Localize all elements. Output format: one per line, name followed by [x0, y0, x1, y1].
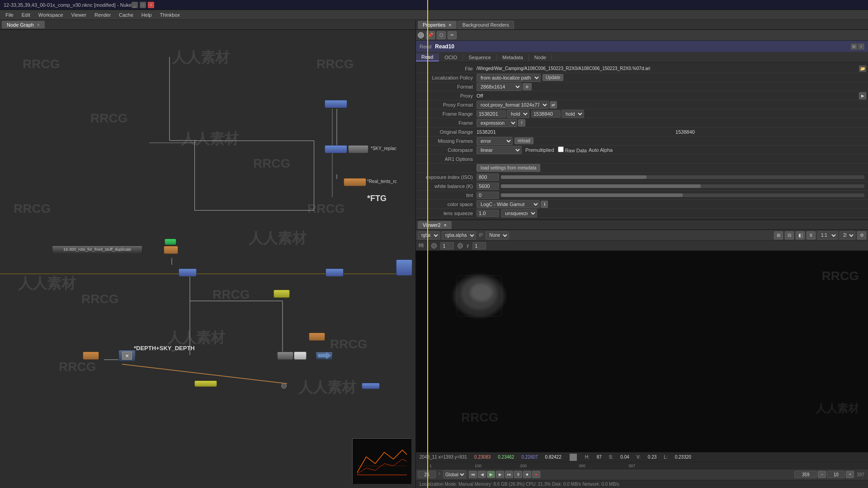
menu-workspace[interactable]: Workspace — [35, 11, 67, 19]
exposure-slider[interactable] — [501, 175, 864, 179]
close-properties[interactable]: × — [448, 22, 451, 28]
tl-step-fwd-btn[interactable]: ▶ — [496, 471, 504, 478]
node-blue-mid-left[interactable] — [179, 268, 197, 277]
menu-viewer[interactable]: Viewer — [68, 11, 90, 19]
node-gray-br1[interactable] — [277, 352, 293, 360]
tl-plus-btn[interactable]: + — [846, 471, 854, 478]
frame-range-end[interactable] — [531, 110, 561, 117]
proxy-toggle[interactable]: ▶ — [859, 92, 866, 99]
raw-data-cb[interactable] — [558, 146, 564, 152]
node-orange-roto[interactable] — [164, 246, 178, 254]
tl-stop-btn[interactable]: ■ — [523, 471, 531, 478]
menu-file[interactable]: File — [2, 11, 17, 19]
tl-step-back-btn[interactable]: ◀ — [478, 471, 486, 478]
node-roto-label[interactable]: 16-300_roto_for_front_stuff_duplicate — [52, 245, 142, 253]
white-balance-slider[interactable] — [501, 184, 864, 188]
close-viewer[interactable]: × — [444, 222, 447, 228]
unsqueeze-dropdown[interactable]: unsqueeze anamorphic — [501, 209, 537, 217]
frame-range-hold2[interactable]: hold — [561, 110, 584, 118]
tl-home-btn[interactable]: ⏮ — [469, 471, 477, 478]
proxy-format-swap[interactable]: ⇄ — [550, 101, 557, 108]
prop-expand-btn[interactable]: ⊞ — [851, 43, 857, 50]
menu-render[interactable]: Render — [91, 11, 114, 19]
timeline-playhead[interactable] — [427, 0, 428, 488]
subtab-ocio[interactable]: OCIO — [439, 54, 463, 61]
menu-help[interactable]: Help — [138, 11, 156, 19]
node-cross[interactable]: ✕ — [122, 352, 132, 360]
white-balance-input[interactable] — [476, 183, 499, 190]
frame-back-btn[interactable] — [431, 243, 437, 249]
edit-btn[interactable]: ✏ — [448, 31, 457, 39]
frame-expr-btn[interactable]: f — [518, 119, 525, 127]
zoom-dropdown[interactable]: 1:1 — [817, 231, 838, 239]
node-orange-bl1[interactable] — [83, 352, 99, 360]
viewer-wipe-btn[interactable]: ◧ — [796, 231, 805, 239]
localization-dropdown[interactable]: from auto-localize path — [476, 74, 541, 82]
playback-dropdown[interactable]: Global — [443, 470, 466, 479]
frame-range-hold1[interactable]: hold — [507, 110, 529, 118]
subtab-node[interactable]: Node — [529, 54, 552, 61]
close-node-graph-tab[interactable]: × — [37, 23, 40, 28]
tab-node-graph[interactable]: Node Graph × — [2, 21, 45, 28]
color-space-dropdown[interactable]: LogC - Wide Gamut — [476, 200, 540, 208]
tl-frame-input[interactable] — [794, 471, 817, 478]
tl-zoom-input[interactable] — [827, 471, 845, 478]
tl-record-btn[interactable]: ● — [532, 471, 540, 478]
node-graph-canvas[interactable]: RRCG RRCG RRCG RRCG RRCG RRCG RRCG RRCG … — [0, 30, 415, 488]
format-extra[interactable]: ⊕ — [523, 83, 532, 90]
viewer-fullscreen-btn[interactable]: ⊞ — [774, 231, 783, 239]
update-btn[interactable]: Update — [542, 74, 563, 81]
tl-end-btn[interactable]: ⏭ — [505, 471, 513, 478]
menu-cache[interactable]: Cache — [115, 11, 137, 19]
current-frame-input[interactable] — [440, 242, 454, 249]
node-sky-gray[interactable] — [348, 145, 368, 153]
tl-pause-btn[interactable]: ⏸ — [514, 471, 522, 478]
minimize-btn[interactable]: _ — [132, 2, 138, 8]
tint-slider[interactable] — [501, 193, 864, 197]
node-blue-mid-right[interactable] — [326, 268, 344, 277]
frame-fwd-btn[interactable] — [458, 243, 463, 249]
load-settings-btn[interactable]: load settings from metadata — [476, 164, 540, 172]
menu-thinkbox[interactable]: Thinkbox — [156, 11, 184, 19]
node-sky-blue[interactable] — [325, 145, 347, 153]
viewer-pause-btn[interactable]: ⏸ — [807, 231, 816, 239]
menu-edit[interactable]: Edit — [18, 11, 34, 19]
format-dropdown[interactable]: 2868x1614 — [476, 83, 522, 91]
tab-background-renders[interactable]: Background Renders — [458, 21, 514, 29]
frame-dropdown[interactable]: expression — [476, 119, 517, 127]
node-white-br[interactable] — [294, 352, 307, 360]
view-mode-dropdown[interactable]: 2D — [840, 231, 855, 239]
channel-dropdown[interactable]: rgba — [418, 231, 440, 239]
lens-squeeze-input[interactable] — [476, 210, 499, 217]
ip-dropdown[interactable]: None — [486, 231, 509, 239]
y-value-input[interactable] — [472, 242, 486, 249]
tl-minus-btn[interactable]: − — [818, 471, 826, 478]
file-browse-btn[interactable]: 📂 — [859, 66, 866, 72]
node-yellow[interactable] — [274, 290, 290, 298]
missing-frames-dropdown[interactable]: error — [476, 137, 513, 145]
color-space-info[interactable]: ℹ — [541, 201, 548, 208]
viewer-grid-btn[interactable]: ⊟ — [785, 231, 794, 239]
close-btn[interactable]: × — [148, 2, 154, 8]
exposure-iso-input[interactable] — [476, 174, 499, 181]
node-blue-big[interactable] — [396, 259, 412, 276]
node-real-tents[interactable] — [344, 178, 366, 186]
subtab-sequence[interactable]: Sequence — [463, 54, 497, 61]
frame-range-start[interactable] — [476, 110, 506, 117]
colorspace-dropdown[interactable]: linear — [476, 146, 522, 154]
file-value[interactable]: /Winged/War_Camping/A108C006_150223_R2X0… — [476, 66, 858, 71]
tl-play-btn[interactable]: ▶ — [487, 471, 495, 478]
tab-viewer2[interactable]: Viewer2 × — [418, 221, 452, 229]
subtab-metadata[interactable]: Metadata — [497, 54, 529, 61]
node-yellow-sm[interactable] — [194, 380, 217, 387]
viewer-canvas[interactable]: RRCG RRCG 人人素材 — [416, 251, 868, 452]
viewer-settings-btn[interactable]: ⚙ — [857, 231, 866, 239]
maximize-btn[interactable]: □ — [140, 2, 146, 8]
node-blue-br[interactable] — [362, 383, 380, 389]
fps-input[interactable] — [418, 471, 436, 478]
proxy-format-dropdown[interactable]: root.proxy_format 1024x778 — [476, 101, 549, 109]
node-orange-bottom[interactable] — [309, 333, 325, 341]
node-dot[interactable] — [281, 383, 287, 389]
tab-properties[interactable]: Properties × — [418, 21, 457, 29]
alpha-dropdown[interactable]: rgba.alpha — [442, 231, 476, 239]
